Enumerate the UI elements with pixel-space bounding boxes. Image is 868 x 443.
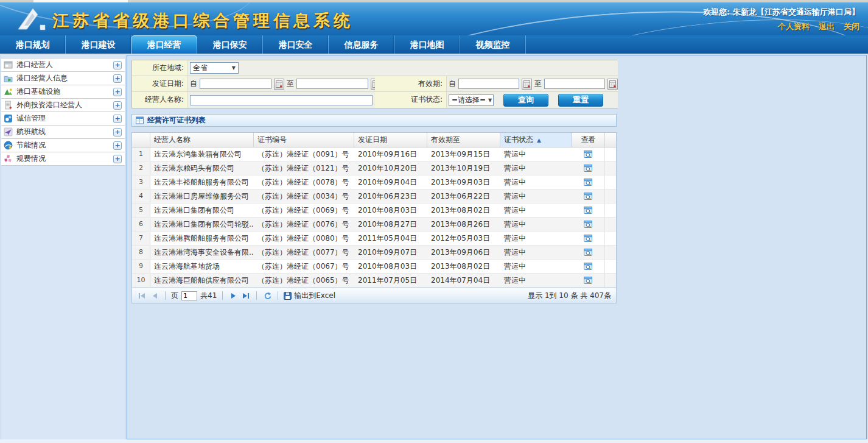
table-row[interactable]: 2 连云港东粮码头有限公司 （苏连）港经证（0121）号 2010年10月20日… [132, 161, 616, 175]
sidebar-item-energy-saving[interactable]: 节能情况 + [1, 139, 125, 152]
tab-video-monitor[interactable]: 视频监控 [460, 35, 526, 54]
tab-info-service[interactable]: 信息服务 [329, 35, 394, 54]
view-detail-icon[interactable] [584, 234, 593, 243]
view-detail-icon[interactable] [584, 276, 593, 285]
cell-filler [605, 246, 616, 259]
table-row[interactable]: 10 连云港海巨船舶供应有限公司 （苏连）港经证（0065）号 2011年07月… [132, 274, 616, 288]
tab-port-map[interactable]: 港口地图 [394, 35, 460, 54]
view-detail-icon[interactable] [584, 164, 593, 172]
expand-plus-icon[interactable]: + [113, 88, 122, 96]
last-page-button[interactable] [241, 291, 251, 300]
cell-view [572, 274, 605, 287]
col-header-operator-name[interactable]: 经营人名称 [150, 133, 254, 147]
refresh-button[interactable] [262, 291, 272, 300]
sidebar-item-credit-management[interactable]: 诚信管理 + [1, 112, 125, 126]
col-header-cert-no[interactable]: 证书编号 [254, 133, 354, 147]
calendar-icon [609, 80, 616, 88]
table-row[interactable]: 5 连云港港口集团有限公司 （苏连）港经证（0069）号 2010年08月03日… [132, 204, 616, 218]
table-row[interactable]: 9 连云港海航基地货场 （苏连）港经证（0067）号 2010年08月03日 2… [132, 260, 616, 274]
cell-cert-no: （苏连）港经证（0034）号 [254, 190, 354, 203]
cell-issue-date: 2010年06月23日 [354, 190, 427, 203]
view-detail-icon[interactable] [584, 178, 593, 186]
sidebar-item-port-operator-info[interactable]: 港口经营人信息 + [1, 72, 125, 85]
sidebar-item-fees[interactable]: 规费情况 + [1, 152, 125, 166]
window-icon [4, 60, 13, 69]
close-link[interactable]: 关闭 [844, 21, 859, 32]
calendar-button[interactable] [522, 79, 532, 90]
table-row[interactable]: 3 连云港丰裕船舶服务有限公司 （苏连）港经证（0078）号 2010年09月0… [132, 175, 616, 190]
row-number: 9 [132, 260, 150, 273]
cell-view [572, 175, 605, 189]
col-header-issue-date[interactable]: 发证日期 [354, 133, 427, 147]
calendar-button[interactable] [607, 79, 618, 90]
sidebar-item-port-infrastructure[interactable]: 港口基础设施 + [1, 85, 125, 99]
view-detail-icon[interactable] [584, 248, 593, 257]
first-page-button[interactable] [137, 291, 147, 300]
next-page-button[interactable] [228, 291, 238, 300]
cert-status-select[interactable]: =请选择= ▼ [449, 94, 494, 106]
expand-plus-icon[interactable]: + [113, 61, 122, 69]
issue-date-to-input[interactable] [296, 79, 368, 89]
row-number: 2 [132, 161, 150, 175]
tab-port-construction[interactable]: 港口建设 [66, 35, 131, 54]
app-header: 江苏省省级港口综合管理信息系统 欢迎您: 朱新龙【江苏省交通运输厅港口局】 个人… [0, 2, 868, 35]
main-nav: 港口规划 港口建设 港口经营 港口保安 港口安全 信息服务 港口地图 视频监控 [0, 35, 868, 54]
validity-from-input[interactable] [458, 79, 519, 89]
cell-operator-name: 连云港港口房屋维修服务公司 [150, 190, 254, 203]
sidebar-item-foreign-invested-operator[interactable]: 外商投资港口经营人 + [1, 99, 125, 112]
sidebar-item-flight-routes[interactable]: 航班航线 + [1, 126, 125, 139]
col-header-valid-until[interactable]: 有效期至 [427, 133, 500, 147]
cert-status-select-value: =请选择= [452, 95, 486, 105]
col-header-row-number [132, 133, 150, 147]
export-excel-button[interactable]: 输出到Excel [284, 291, 335, 301]
view-detail-icon[interactable] [584, 206, 593, 214]
logout-link[interactable]: 退出 [819, 21, 835, 32]
page-label: 页 [171, 291, 178, 301]
issue-date-from-input[interactable] [200, 79, 271, 89]
operator-name-input[interactable] [190, 95, 373, 105]
tab-port-security-guard[interactable]: 港口保安 [197, 35, 263, 54]
sidebar-item-label: 诚信管理 [16, 113, 113, 124]
region-select[interactable]: 全省 ▼ [190, 62, 239, 74]
tab-port-operation[interactable]: 港口经营 [131, 35, 197, 54]
page-title: 江苏省省级港口综合管理信息系统 [52, 10, 354, 32]
view-detail-icon[interactable] [584, 220, 593, 229]
cell-view [572, 161, 605, 175]
page-number-input[interactable] [181, 291, 197, 300]
table-row[interactable]: 4 连云港港口房屋维修服务公司 （苏连）港经证（0034）号 2010年06月2… [132, 190, 616, 204]
reset-button[interactable]: 重置 [558, 94, 603, 107]
col-header-view: 查看 [572, 133, 605, 147]
expand-plus-icon[interactable]: + [113, 115, 122, 123]
view-detail-icon[interactable] [584, 150, 593, 158]
sidebar-item-port-operator[interactable]: 港口经营人 + [1, 58, 125, 72]
prev-page-button[interactable] [150, 291, 159, 300]
cell-issue-date: 2010年09月04日 [354, 175, 427, 189]
cell-valid-until: 2012年05月03日 [427, 232, 500, 245]
table-row[interactable]: 6 连云港港口集团有限公司轮驳... （苏连）港经证（0076）号 2010年0… [132, 218, 616, 232]
table-row[interactable]: 1 连云港东鸿集装箱有限公司 （苏连）港经证（0091）号 2010年09月16… [132, 147, 616, 161]
tab-port-safety[interactable]: 港口安全 [263, 35, 329, 54]
view-detail-icon[interactable] [584, 262, 593, 271]
globe-icon [4, 141, 13, 150]
query-button[interactable]: 查询 [503, 94, 548, 107]
view-detail-icon[interactable] [584, 192, 593, 200]
cell-filler [605, 161, 616, 175]
expand-plus-icon[interactable]: + [113, 141, 122, 150]
col-header-cert-status[interactable]: 证书状态▲ [500, 133, 572, 147]
cell-operator-name: 连云港丰裕船舶服务有限公司 [150, 175, 254, 189]
cell-cert-status: 营运中 [500, 175, 572, 189]
expand-plus-icon[interactable]: + [113, 128, 122, 136]
expand-plus-icon[interactable]: + [113, 74, 122, 83]
to-label: 至 [534, 79, 542, 89]
profile-link[interactable]: 个人资料 [778, 21, 810, 32]
expand-plus-icon[interactable]: + [113, 101, 122, 110]
grid-header-row: 经营人名称 证书编号 发证日期 有效期至 证书状态▲ 查看 [132, 133, 616, 147]
table-row[interactable]: 8 连云港港湾海事安全设备有限... （苏连）港经证（0077）号 2010年0… [132, 246, 616, 260]
calendar-button[interactable] [274, 79, 284, 90]
table-row[interactable]: 7 连云港港腾船舶服务有限公司 （苏连）港经证（0080）号 2011年05月0… [132, 232, 616, 246]
tab-port-planning[interactable]: 港口规划 [0, 35, 66, 54]
issue-date-field: 自 至 [188, 76, 375, 92]
cell-cert-status: 营运中 [500, 218, 572, 231]
validity-to-input[interactable] [544, 79, 605, 89]
expand-plus-icon[interactable]: + [113, 155, 122, 163]
